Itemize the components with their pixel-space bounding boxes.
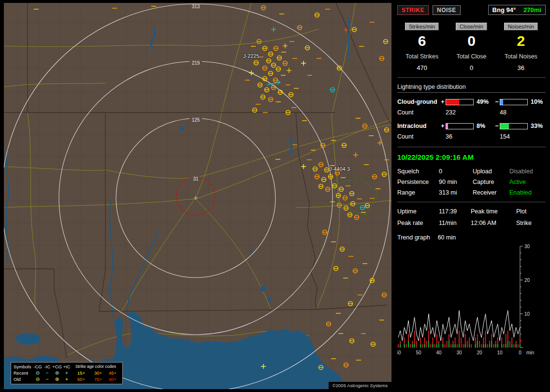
svg-text:min: min bbox=[526, 350, 534, 355]
pos-cg-old-icon: ⊕ bbox=[52, 376, 62, 382]
trend-graph-label: Trend graph bbox=[397, 234, 430, 241]
range-setting-value: 313 mi bbox=[439, 189, 473, 196]
plot-mode-value: Strike bbox=[516, 220, 546, 226]
cloud-ground-row: Cloud-ground + 49% − 10% bbox=[397, 98, 546, 105]
plus-sign: + bbox=[440, 123, 446, 129]
peak-rate-value: 11/min bbox=[439, 220, 471, 226]
neg-cg-recent-icon: ⊖ bbox=[33, 370, 43, 376]
range-ring-label: 219 bbox=[192, 60, 200, 66]
lightning-map[interactable]: 31321912531J-2225J-4404 3- Symbols -CG -… bbox=[4, 3, 391, 389]
status-panel: STRIKE NOISE Bng 94° 270mi Strikes/min 6… bbox=[392, 0, 550, 392]
svg-text:10: 10 bbox=[497, 350, 503, 355]
cg-plus-gauge bbox=[446, 99, 474, 105]
intracloud-count-row: Count 36 154 bbox=[397, 133, 546, 140]
ic-plus-percent: 8% bbox=[474, 123, 494, 129]
range-label: Range bbox=[397, 189, 439, 196]
squelch-label: Squelch bbox=[397, 168, 439, 175]
minus-sign: − bbox=[494, 98, 500, 105]
svg-text:20: 20 bbox=[524, 278, 530, 283]
cloud-ground-label: Cloud-ground bbox=[397, 98, 440, 105]
close-per-min-label: Close/min bbox=[456, 23, 487, 30]
total-strikes-label: Total Strikes bbox=[397, 53, 447, 60]
svg-text:0: 0 bbox=[519, 350, 521, 355]
copyright-notice: ©2005 Astrogenic Systems bbox=[329, 382, 391, 389]
total-close-value: 0 bbox=[447, 64, 496, 71]
neg-ic-recent-icon: − bbox=[43, 370, 52, 376]
datetime-display: 10/22/2025 2:09:16 AM bbox=[397, 153, 546, 161]
map-canvas: 31321912531J-2225J-4404 3- bbox=[4, 3, 391, 389]
legend-old-label: Old bbox=[14, 376, 33, 382]
legend-col-pos-ic: +IC bbox=[62, 364, 72, 370]
capture-label: Capture bbox=[473, 179, 509, 185]
plot-label: Plot bbox=[516, 208, 546, 215]
range-ring-label: 31 bbox=[193, 176, 199, 182]
legend-recent-label: Recent bbox=[14, 370, 33, 376]
legend-col-neg-ic: -IC bbox=[43, 364, 52, 370]
cg-minus-count: 48 bbox=[500, 109, 528, 116]
receiver-status: Enabled bbox=[509, 189, 546, 196]
noises-per-min-label: Noises/min bbox=[504, 23, 538, 30]
cg-minus-percent: 10% bbox=[528, 98, 546, 105]
divider bbox=[397, 147, 546, 147]
uptime-value: 117:39 bbox=[439, 208, 471, 215]
trend-graph: 1020306050403020100min bbox=[397, 244, 545, 357]
count-label: Count bbox=[397, 133, 440, 140]
range-value: 270mi bbox=[523, 6, 541, 14]
pos-ic-recent-icon: + bbox=[62, 370, 72, 376]
map-legend: Symbols -CG -IC +CG +IC Strike age color… bbox=[11, 362, 123, 384]
persistence-label: Persistence bbox=[397, 179, 439, 185]
cloud-ground-count-row: Count 232 48 bbox=[397, 109, 546, 116]
ic-plus-gauge bbox=[446, 123, 474, 129]
svg-text:10: 10 bbox=[524, 311, 530, 317]
total-close-label: Total Close bbox=[447, 53, 496, 60]
neg-cg-old-icon: ⊖ bbox=[33, 376, 43, 382]
ic-minus-count: 154 bbox=[500, 133, 528, 140]
total-strikes-value: 470 bbox=[397, 64, 447, 71]
age-badge-15: 15+ bbox=[72, 370, 91, 376]
squelch-value: 0 bbox=[439, 168, 473, 175]
cg-plus-count: 232 bbox=[446, 109, 474, 116]
strike-indicator-button[interactable]: STRIKE bbox=[397, 5, 429, 15]
bearing-value: Bng 94° bbox=[492, 6, 516, 14]
age-badge-30: 30+ bbox=[91, 370, 105, 376]
ic-plus-count: 36 bbox=[446, 133, 474, 140]
indicator-bar: STRIKE NOISE Bng 94° 270mi bbox=[397, 5, 546, 15]
noises-per-min-value: 2 bbox=[496, 33, 546, 49]
peak-time-label: Peak time bbox=[471, 208, 516, 215]
peak-time-value: 12:06 AM bbox=[471, 220, 516, 226]
ic-minus-percent: 33% bbox=[528, 123, 546, 129]
noise-indicator-button[interactable]: NOISE bbox=[433, 5, 461, 15]
totals-row: Total Strikes 470 Total Close 0 Total No… bbox=[397, 53, 546, 71]
divider bbox=[397, 77, 546, 78]
close-per-min-value: 0 bbox=[447, 33, 496, 49]
age-badge-90: 90+ bbox=[105, 376, 120, 382]
svg-text:30: 30 bbox=[524, 244, 530, 249]
bearing-range-display: Bng 94° 270mi bbox=[488, 5, 546, 15]
persistence-value: 90 min bbox=[439, 179, 473, 185]
svg-text:20: 20 bbox=[477, 350, 482, 355]
noises-per-min-counter: Noises/min 2 bbox=[496, 23, 546, 49]
strikes-per-min-value: 6 bbox=[397, 33, 447, 49]
range-ring-label: 313 bbox=[192, 4, 200, 9]
distribution-title: Lightning type distribution bbox=[397, 84, 546, 93]
rate-counters: Strikes/min 6 Close/min 0 Noises/min 2 bbox=[397, 23, 546, 49]
age-badge-75: 75+ bbox=[91, 376, 105, 382]
svg-text:40: 40 bbox=[436, 350, 442, 355]
legend-col-pos-cg: +CG bbox=[52, 364, 62, 370]
upload-status: Disabled bbox=[509, 168, 546, 175]
count-label: Count bbox=[397, 109, 440, 116]
stats-grid: Uptime 117:39 Peak time Plot Peak rate 1… bbox=[397, 208, 546, 226]
settings-grid: Squelch 0 Upload Disabled Persistence 90… bbox=[397, 168, 546, 196]
pos-ic-old-icon: + bbox=[62, 376, 72, 382]
stormvue-app: { "panel": { "strike_btn": "STRIKE", "no… bbox=[0, 0, 550, 392]
svg-text:60: 60 bbox=[397, 350, 401, 355]
neg-ic-old-icon: − bbox=[43, 376, 52, 382]
receiver-label: Receiver bbox=[473, 189, 509, 196]
storm-cell-label: J-4404 3- bbox=[329, 166, 352, 172]
range-ring-label: 125 bbox=[192, 117, 200, 123]
intracloud-row: Intracloud + 8% − 33% bbox=[397, 123, 546, 129]
legend-symbols-title: Symbols bbox=[14, 364, 33, 370]
total-noises-label: Total Noises bbox=[496, 53, 546, 60]
divider bbox=[397, 202, 546, 202]
pos-cg-recent-icon: ⊕ bbox=[52, 370, 62, 376]
